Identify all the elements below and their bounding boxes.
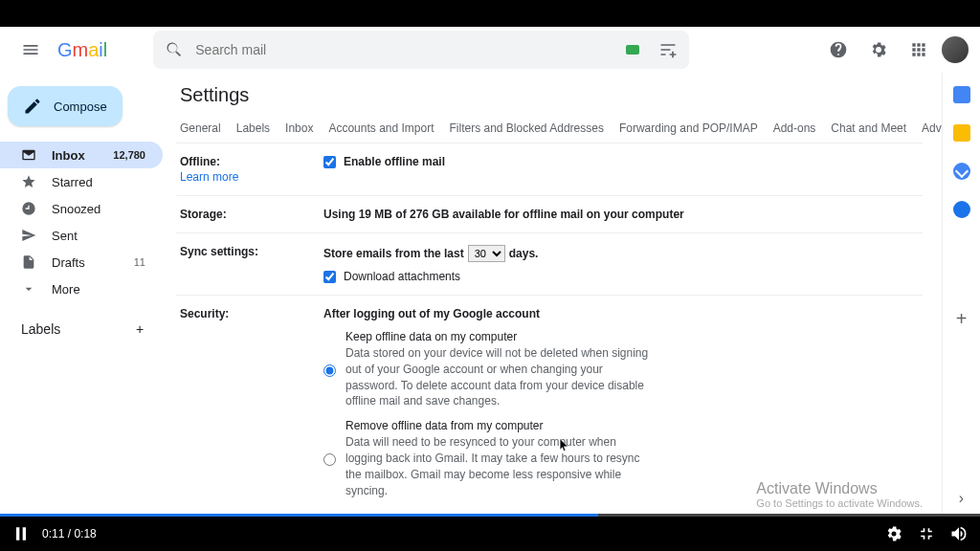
search-icon — [165, 40, 184, 59]
keep-data-radio[interactable] — [323, 332, 336, 409]
sync-section-label: Sync settings: — [180, 245, 323, 283]
sync-days-select[interactable]: 30 — [468, 245, 505, 262]
tab-filters-and-blocked-addresses[interactable]: Filters and Blocked Addresses — [450, 116, 604, 143]
collapse-panel-button[interactable]: › — [959, 490, 964, 507]
offline-section-label: Offline: Learn more — [180, 155, 323, 184]
tab-chat-and-meet[interactable]: Chat and Meet — [831, 116, 906, 143]
pause-button[interactable] — [11, 524, 31, 543]
volume-icon[interactable] — [949, 524, 969, 543]
main-menu-button[interactable] — [11, 31, 50, 69]
enable-offline-checkbox[interactable] — [323, 156, 336, 168]
tab-labels[interactable]: Labels — [236, 116, 270, 143]
security-heading: After logging out of my Google account — [323, 307, 919, 320]
add-label-button[interactable]: + — [128, 318, 151, 341]
tab-add-ons[interactable]: Add-ons — [773, 116, 816, 143]
tab-forwarding-and-pop-imap[interactable]: Forwarding and POP/IMAP — [619, 116, 758, 143]
learn-more-link[interactable]: Learn more — [180, 170, 323, 184]
tab-accounts-and-import[interactable]: Accounts and Import — [328, 116, 434, 143]
tasks-icon[interactable] — [953, 163, 970, 180]
sidebar-item-more[interactable]: More — [0, 276, 163, 302]
calendar-icon[interactable] — [953, 86, 970, 103]
gmail-header: Gmail — [0, 27, 980, 73]
tab-inbox[interactable]: Inbox — [285, 116, 313, 143]
contacts-icon[interactable] — [953, 201, 970, 218]
compose-button[interactable]: Compose — [8, 86, 122, 126]
offline-indicator-icon — [626, 45, 639, 55]
side-panel: + › — [942, 73, 980, 517]
sidebar-item-drafts[interactable]: Drafts 11 — [0, 249, 163, 276]
support-button[interactable] — [821, 33, 856, 67]
sidebar-item-starred[interactable]: Starred — [0, 168, 163, 195]
account-avatar[interactable] — [942, 36, 969, 63]
tab-general[interactable]: General — [180, 116, 221, 143]
page-title: Settings — [180, 84, 923, 106]
storage-usage-text: Using 19 MB of 276 GB available for offl… — [323, 208, 919, 221]
download-attachments-label: Download attachments — [344, 270, 460, 283]
video-time: 0:11 / 0:18 — [42, 527, 97, 540]
settings-tabs: GeneralLabelsInboxAccounts and ImportFil… — [176, 116, 923, 143]
labels-header: Labels + — [0, 302, 163, 341]
compose-label: Compose — [54, 99, 107, 114]
remove-data-radio[interactable] — [323, 421, 336, 498]
security-section-label: Security: — [180, 307, 323, 508]
gmail-logo: Gmail — [57, 39, 107, 61]
search-bar[interactable] — [153, 31, 689, 69]
add-addon-button[interactable]: + — [956, 308, 968, 330]
settings-button[interactable] — [861, 33, 896, 67]
remove-data-desc: Data will need to be resynced to your co… — [345, 434, 652, 498]
remove-data-title: Remove offline data from my computer — [345, 419, 652, 432]
keep-data-title: Keep offline data on my computer — [345, 330, 652, 343]
sidebar: Compose Inbox 12,780 Starred Snoozed — [0, 73, 163, 517]
apps-button[interactable] — [902, 33, 936, 67]
enable-offline-label: Enable offline mail — [344, 155, 445, 168]
video-settings-icon[interactable] — [884, 524, 903, 543]
download-attachments-checkbox[interactable] — [323, 271, 336, 283]
keep-icon[interactable] — [953, 124, 970, 142]
search-input[interactable] — [195, 42, 614, 57]
storage-section-label: Storage: — [180, 208, 323, 221]
tab-advanced[interactable]: Advanced — [922, 116, 942, 143]
search-options-icon[interactable] — [658, 40, 678, 59]
settings-content: Settings GeneralLabelsInboxAccounts and … — [163, 73, 942, 517]
fullscreen-exit-icon[interactable] — [917, 524, 936, 543]
keep-data-desc: Data stored on your device will not be d… — [345, 345, 652, 409]
sidebar-item-snoozed[interactable]: Snoozed — [0, 195, 163, 222]
video-controls: 0:11 / 0:18 — [0, 517, 980, 551]
sidebar-item-sent[interactable]: Sent — [0, 222, 163, 249]
sidebar-item-inbox[interactable]: Inbox 12,780 — [0, 142, 163, 168]
